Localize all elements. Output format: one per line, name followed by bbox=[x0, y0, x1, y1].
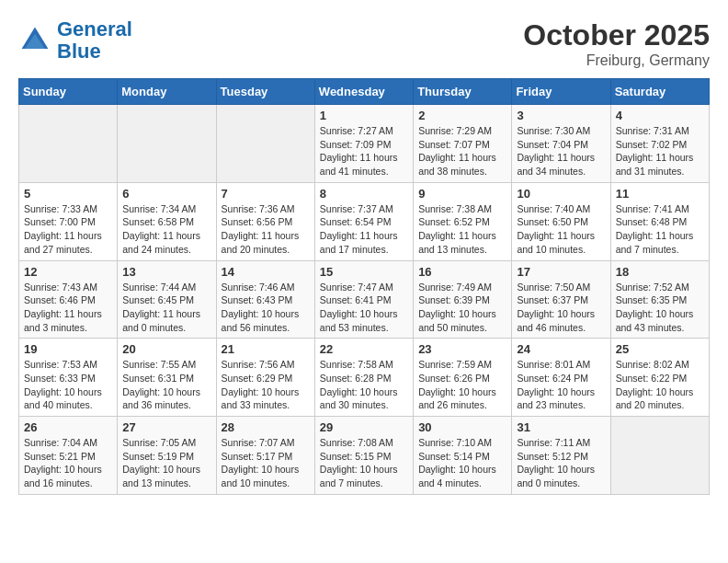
calendar-cell: 20Sunrise: 7:55 AM Sunset: 6:31 PM Dayli… bbox=[118, 339, 216, 417]
day-info: Sunrise: 7:44 AM Sunset: 6:45 PM Dayligh… bbox=[122, 281, 210, 335]
calendar-cell: 25Sunrise: 8:02 AM Sunset: 6:22 PM Dayli… bbox=[610, 339, 709, 417]
calendar-location: Freiburg, Germany bbox=[523, 52, 710, 69]
day-info: Sunrise: 7:10 AM Sunset: 5:14 PM Dayligh… bbox=[418, 436, 506, 490]
weekday-header-row: SundayMondayTuesdayWednesdayThursdayFrid… bbox=[19, 79, 710, 105]
day-number: 21 bbox=[222, 342, 310, 356]
day-number: 30 bbox=[418, 420, 506, 434]
day-info: Sunrise: 7:05 AM Sunset: 5:19 PM Dayligh… bbox=[122, 436, 210, 490]
day-number: 13 bbox=[122, 265, 210, 279]
day-info: Sunrise: 7:53 AM Sunset: 6:33 PM Dayligh… bbox=[24, 358, 112, 412]
week-row-3: 12Sunrise: 7:43 AM Sunset: 6:46 PM Dayli… bbox=[19, 260, 710, 339]
day-info: Sunrise: 7:43 AM Sunset: 6:46 PM Dayligh… bbox=[24, 281, 112, 335]
calendar-cell: 3Sunrise: 7:30 AM Sunset: 7:04 PM Daylig… bbox=[512, 105, 610, 183]
day-info: Sunrise: 7:47 AM Sunset: 6:41 PM Dayligh… bbox=[320, 281, 408, 335]
day-number: 9 bbox=[418, 187, 506, 201]
day-number: 28 bbox=[222, 420, 310, 434]
calendar-cell: 27Sunrise: 7:05 AM Sunset: 5:19 PM Dayli… bbox=[118, 417, 216, 495]
day-info: Sunrise: 7:58 AM Sunset: 6:28 PM Dayligh… bbox=[320, 358, 408, 412]
logo: GeneralBlue bbox=[18, 18, 132, 63]
page-header: GeneralBlue October 2025 Freiburg, Germa… bbox=[18, 18, 710, 69]
calendar-cell: 14Sunrise: 7:46 AM Sunset: 6:43 PM Dayli… bbox=[216, 260, 314, 339]
calendar-cell: 18Sunrise: 7:52 AM Sunset: 6:35 PM Dayli… bbox=[610, 260, 709, 339]
calendar-cell bbox=[216, 105, 314, 183]
day-info: Sunrise: 7:07 AM Sunset: 5:17 PM Dayligh… bbox=[222, 436, 310, 490]
calendar-cell bbox=[610, 417, 709, 495]
day-number: 11 bbox=[616, 187, 704, 201]
day-info: Sunrise: 7:29 AM Sunset: 7:07 PM Dayligh… bbox=[418, 124, 506, 178]
day-info: Sunrise: 7:40 AM Sunset: 6:50 PM Dayligh… bbox=[517, 202, 605, 257]
day-info: Sunrise: 7:27 AM Sunset: 7:09 PM Dayligh… bbox=[320, 124, 408, 178]
calendar-cell: 26Sunrise: 7:04 AM Sunset: 5:21 PM Dayli… bbox=[19, 417, 118, 495]
calendar-cell: 15Sunrise: 7:47 AM Sunset: 6:41 PM Dayli… bbox=[314, 260, 413, 339]
calendar-cell: 16Sunrise: 7:49 AM Sunset: 6:39 PM Dayli… bbox=[414, 260, 512, 339]
weekday-header-monday: Monday bbox=[118, 79, 216, 105]
calendar-cell: 5Sunrise: 7:33 AM Sunset: 7:00 PM Daylig… bbox=[19, 182, 118, 260]
calendar-cell: 28Sunrise: 7:07 AM Sunset: 5:17 PM Dayli… bbox=[216, 417, 314, 495]
calendar-cell: 13Sunrise: 7:44 AM Sunset: 6:45 PM Dayli… bbox=[118, 260, 216, 339]
calendar-table: SundayMondayTuesdayWednesdayThursdayFrid… bbox=[18, 78, 710, 495]
calendar-cell: 4Sunrise: 7:31 AM Sunset: 7:02 PM Daylig… bbox=[610, 105, 709, 183]
logo-text: GeneralBlue bbox=[57, 18, 132, 63]
day-number: 20 bbox=[122, 342, 210, 356]
day-info: Sunrise: 7:56 AM Sunset: 6:29 PM Dayligh… bbox=[222, 358, 310, 412]
weekday-header-thursday: Thursday bbox=[414, 79, 512, 105]
weekday-header-sunday: Sunday bbox=[19, 79, 118, 105]
day-number: 7 bbox=[222, 187, 310, 201]
calendar-cell bbox=[19, 105, 118, 183]
day-info: Sunrise: 7:46 AM Sunset: 6:43 PM Dayligh… bbox=[222, 281, 310, 335]
calendar-cell: 17Sunrise: 7:50 AM Sunset: 6:37 PM Dayli… bbox=[512, 260, 610, 339]
day-info: Sunrise: 8:02 AM Sunset: 6:22 PM Dayligh… bbox=[616, 358, 704, 412]
day-number: 31 bbox=[517, 420, 605, 434]
day-number: 18 bbox=[616, 265, 704, 279]
week-row-1: 1Sunrise: 7:27 AM Sunset: 7:09 PM Daylig… bbox=[19, 105, 710, 183]
calendar-cell: 31Sunrise: 7:11 AM Sunset: 5:12 PM Dayli… bbox=[512, 417, 610, 495]
day-info: Sunrise: 7:08 AM Sunset: 5:15 PM Dayligh… bbox=[320, 436, 408, 490]
day-info: Sunrise: 7:11 AM Sunset: 5:12 PM Dayligh… bbox=[517, 436, 605, 490]
day-number: 26 bbox=[24, 420, 112, 434]
day-number: 14 bbox=[222, 265, 310, 279]
calendar-cell: 29Sunrise: 7:08 AM Sunset: 5:15 PM Dayli… bbox=[314, 417, 413, 495]
calendar-cell: 8Sunrise: 7:37 AM Sunset: 6:54 PM Daylig… bbox=[314, 182, 413, 260]
weekday-header-wednesday: Wednesday bbox=[314, 79, 413, 105]
day-info: Sunrise: 7:31 AM Sunset: 7:02 PM Dayligh… bbox=[616, 124, 704, 178]
calendar-cell: 7Sunrise: 7:36 AM Sunset: 6:56 PM Daylig… bbox=[216, 182, 314, 260]
day-number: 3 bbox=[517, 109, 605, 122]
day-info: Sunrise: 8:01 AM Sunset: 6:24 PM Dayligh… bbox=[517, 358, 605, 412]
day-number: 2 bbox=[418, 109, 506, 122]
calendar-cell: 23Sunrise: 7:59 AM Sunset: 6:26 PM Dayli… bbox=[414, 339, 512, 417]
day-number: 6 bbox=[122, 187, 210, 201]
day-number: 22 bbox=[320, 342, 408, 356]
day-number: 24 bbox=[517, 342, 605, 356]
day-info: Sunrise: 7:59 AM Sunset: 6:26 PM Dayligh… bbox=[418, 358, 506, 412]
day-info: Sunrise: 7:52 AM Sunset: 6:35 PM Dayligh… bbox=[616, 281, 704, 335]
week-row-4: 19Sunrise: 7:53 AM Sunset: 6:33 PM Dayli… bbox=[19, 339, 710, 417]
weekday-header-tuesday: Tuesday bbox=[216, 79, 314, 105]
calendar-cell: 22Sunrise: 7:58 AM Sunset: 6:28 PM Dayli… bbox=[314, 339, 413, 417]
calendar-cell: 9Sunrise: 7:38 AM Sunset: 6:52 PM Daylig… bbox=[414, 182, 512, 260]
calendar-cell: 6Sunrise: 7:34 AM Sunset: 6:58 PM Daylig… bbox=[118, 182, 216, 260]
calendar-cell: 21Sunrise: 7:56 AM Sunset: 6:29 PM Dayli… bbox=[216, 339, 314, 417]
day-info: Sunrise: 7:37 AM Sunset: 6:54 PM Dayligh… bbox=[320, 202, 408, 257]
day-info: Sunrise: 7:38 AM Sunset: 6:52 PM Dayligh… bbox=[418, 202, 506, 257]
calendar-cell: 30Sunrise: 7:10 AM Sunset: 5:14 PM Dayli… bbox=[414, 417, 512, 495]
day-number: 15 bbox=[320, 265, 408, 279]
day-info: Sunrise: 7:33 AM Sunset: 7:00 PM Dayligh… bbox=[24, 202, 112, 257]
day-info: Sunrise: 7:34 AM Sunset: 6:58 PM Dayligh… bbox=[122, 202, 210, 257]
calendar-cell: 19Sunrise: 7:53 AM Sunset: 6:33 PM Dayli… bbox=[19, 339, 118, 417]
day-number: 27 bbox=[122, 420, 210, 434]
calendar-cell: 12Sunrise: 7:43 AM Sunset: 6:46 PM Dayli… bbox=[19, 260, 118, 339]
calendar-cell: 1Sunrise: 7:27 AM Sunset: 7:09 PM Daylig… bbox=[314, 105, 413, 183]
day-info: Sunrise: 7:30 AM Sunset: 7:04 PM Dayligh… bbox=[517, 124, 605, 178]
weekday-header-saturday: Saturday bbox=[610, 79, 709, 105]
calendar-cell: 11Sunrise: 7:41 AM Sunset: 6:48 PM Dayli… bbox=[610, 182, 709, 260]
day-info: Sunrise: 7:49 AM Sunset: 6:39 PM Dayligh… bbox=[418, 281, 506, 335]
day-info: Sunrise: 7:55 AM Sunset: 6:31 PM Dayligh… bbox=[122, 358, 210, 412]
day-number: 17 bbox=[517, 265, 605, 279]
day-number: 4 bbox=[616, 109, 704, 122]
day-number: 23 bbox=[418, 342, 506, 356]
day-number: 16 bbox=[418, 265, 506, 279]
calendar-cell: 24Sunrise: 8:01 AM Sunset: 6:24 PM Dayli… bbox=[512, 339, 610, 417]
day-number: 8 bbox=[320, 187, 408, 201]
logo-icon bbox=[18, 24, 51, 57]
calendar-cell bbox=[118, 105, 216, 183]
